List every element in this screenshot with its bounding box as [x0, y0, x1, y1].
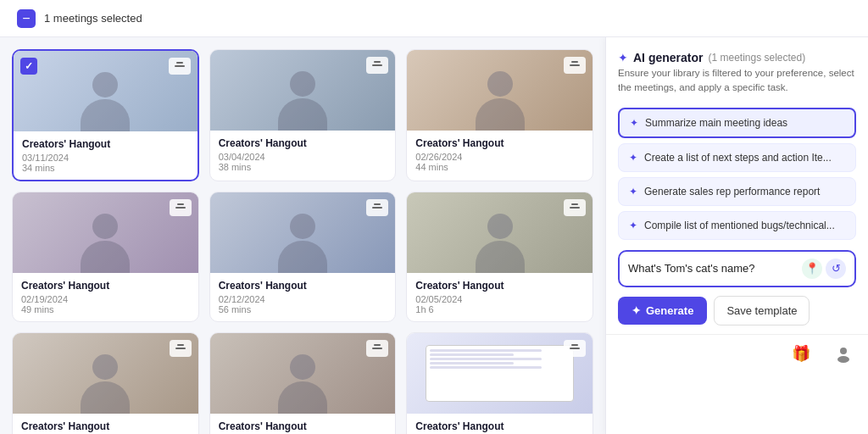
- ai-input-wrapper[interactable]: 📍 ↺: [618, 250, 856, 287]
- meeting-card[interactable]: Creators' Hangout 01/15/2024 47 mins: [209, 332, 397, 434]
- card-thumbnail: [13, 192, 198, 273]
- card-meeting-name: Creators' Hangout: [22, 138, 189, 150]
- svg-point-0: [840, 348, 847, 354]
- ai-input-location-icon[interactable]: 📍: [802, 259, 822, 279]
- card-date: 02/05/2024: [415, 294, 584, 304]
- card-meeting-name: Creators' Hangout: [415, 420, 584, 432]
- save-template-button[interactable]: Save template: [714, 296, 810, 326]
- card-meeting-name: Creators' Hangout: [219, 137, 387, 149]
- ai-panel-title: AI generator: [633, 51, 703, 64]
- card-thumbnail: [210, 50, 396, 131]
- ai-suggestion-item[interactable]: ✦ Summarize main meeting ideas: [618, 108, 856, 138]
- card-info: Creators' Hangout 02/19/2024 49 mins: [13, 273, 198, 321]
- card-thumbnail: [14, 51, 198, 131]
- card-participants-icon: [564, 340, 586, 357]
- ai-suggestions-list: ✦ Summarize main meeting ideas ✦ Create …: [618, 108, 856, 240]
- ai-prompt-input[interactable]: [628, 262, 797, 275]
- card-info: Creators' Hangout 02/26/2024 44 mins: [407, 131, 593, 179]
- card-date: 02/19/2024: [21, 294, 190, 304]
- meeting-card[interactable]: Creators' Hangout 02/05/2024 1h 6: [406, 192, 593, 322]
- card-participants-icon: [366, 199, 388, 216]
- profile-icon-button[interactable]: [822, 335, 865, 372]
- card-date: 02/12/2024: [219, 294, 387, 304]
- card-meeting-name: Creators' Hangout: [21, 420, 190, 432]
- suggestion-text: Summarize main meeting ideas: [645, 117, 787, 129]
- card-duration: 44 mins: [415, 162, 584, 172]
- suggestion-sparkle-icon: ✦: [629, 220, 637, 231]
- card-participants-icon: [366, 340, 388, 357]
- card-thumbnail: [210, 192, 396, 273]
- suggestion-sparkle-icon: ✦: [629, 186, 637, 198]
- meeting-card[interactable]: Creators' Hangout 02/26/2024 44 mins: [406, 49, 593, 181]
- card-duration: 34 mins: [22, 163, 189, 173]
- suggestion-text: Create a list of next steps and action I…: [644, 152, 832, 164]
- card-checkbox[interactable]: [20, 58, 37, 75]
- ai-panel-count: (1 meetings selected): [708, 52, 805, 64]
- ai-suggestion-item[interactable]: ✦ Compile list of mentioned bugs/technic…: [618, 211, 856, 240]
- card-info: Creators' Hangout 03/11/2024 34 mins: [14, 131, 198, 180]
- meeting-card[interactable]: Creators' Hangout 03/11/2024 34 mins: [12, 49, 199, 181]
- ai-panel-description: Ensure your library is filtered to your …: [618, 66, 856, 96]
- ai-input-refresh-icon[interactable]: ↺: [826, 259, 846, 279]
- card-info: Creators' Hangout 01/08/2024 41 mins: [407, 414, 593, 434]
- card-participants-icon: [564, 57, 586, 74]
- card-info: Creators' Hangout 01/15/2024 47 mins: [210, 414, 396, 434]
- card-participants-icon: [564, 199, 586, 216]
- card-duration: 1h 6: [415, 304, 584, 314]
- svg-point-1: [837, 356, 849, 363]
- card-info: Creators' Hangout 02/12/2024 56 mins: [210, 273, 396, 321]
- card-participants-icon: [170, 340, 192, 357]
- ai-panel-header: ✦ AI generator (1 meetings selected): [618, 51, 856, 64]
- card-meeting-name: Creators' Hangout: [21, 280, 190, 292]
- meeting-card[interactable]: Creators' Hangout 02/12/2024 56 mins: [209, 192, 397, 322]
- card-thumbnail: [210, 333, 396, 414]
- card-meeting-name: Creators' Hangout: [415, 137, 584, 149]
- ai-actions: ✦ Generate Save template: [618, 296, 856, 326]
- deselect-button[interactable]: [17, 9, 36, 28]
- suggestion-text: Generate sales rep performance report: [644, 186, 820, 198]
- meetings-grid-area: Creators' Hangout 03/11/2024 34 mins Cre…: [0, 37, 605, 434]
- selection-count: 1 meetings selected: [44, 12, 142, 25]
- card-duration: 56 mins: [219, 304, 387, 314]
- card-thumbnail: [407, 50, 593, 131]
- meeting-card[interactable]: Creators' Hangout 02/19/2024 49 mins: [12, 192, 199, 322]
- meeting-card[interactable]: Creators' Hangout 01/08/2024 41 mins: [406, 332, 593, 434]
- card-date: 02/26/2024: [415, 152, 584, 162]
- card-duration: 49 mins: [21, 304, 190, 314]
- card-participants-icon: [170, 199, 192, 216]
- card-duration: 38 mins: [219, 162, 387, 172]
- card-meeting-name: Creators' Hangout: [415, 280, 584, 292]
- card-thumbnail: [407, 333, 593, 414]
- card-thumbnail: [13, 333, 198, 414]
- suggestion-text: Compile list of mentioned bugs/technical…: [644, 220, 835, 231]
- ai-suggestion-item[interactable]: ✦ Generate sales rep performance report: [618, 177, 856, 206]
- header: 1 meetings selected: [0, 0, 868, 37]
- ai-input-icons: 📍 ↺: [802, 259, 846, 279]
- suggestion-sparkle-icon: ✦: [630, 117, 638, 129]
- main-content: Creators' Hangout 03/11/2024 34 mins Cre…: [0, 37, 868, 434]
- ai-sparkle-icon: ✦: [618, 51, 628, 64]
- card-info: Creators' Hangout 02/05/2024 1h 6: [407, 273, 593, 321]
- ai-panel: ✦ AI generator (1 meetings selected) Ens…: [605, 37, 868, 434]
- card-meeting-name: Creators' Hangout: [219, 420, 387, 432]
- generate-button[interactable]: ✦ Generate: [618, 297, 707, 325]
- gift-icon-button[interactable]: 🎁: [780, 335, 822, 372]
- card-date: 03/11/2024: [22, 153, 189, 163]
- card-thumbnail: [407, 192, 593, 273]
- meeting-card[interactable]: Creators' Hangout 01/29/2024 52 mins: [12, 332, 199, 434]
- card-info: Creators' Hangout 01/29/2024 52 mins: [13, 414, 198, 434]
- card-date: 03/04/2024: [219, 152, 387, 162]
- suggestion-sparkle-icon: ✦: [629, 152, 637, 164]
- card-participants-icon: [366, 57, 388, 74]
- generate-label: Generate: [646, 304, 693, 317]
- ai-suggestion-item[interactable]: ✦ Create a list of next steps and action…: [618, 143, 856, 172]
- card-meeting-name: Creators' Hangout: [219, 280, 387, 292]
- meeting-card[interactable]: Creators' Hangout 03/04/2024 38 mins: [209, 49, 397, 181]
- generate-sparkle-icon: ✦: [632, 304, 641, 317]
- meetings-grid: Creators' Hangout 03/11/2024 34 mins Cre…: [12, 49, 593, 434]
- card-participants-icon: [169, 58, 191, 75]
- card-info: Creators' Hangout 03/04/2024 38 mins: [210, 131, 396, 179]
